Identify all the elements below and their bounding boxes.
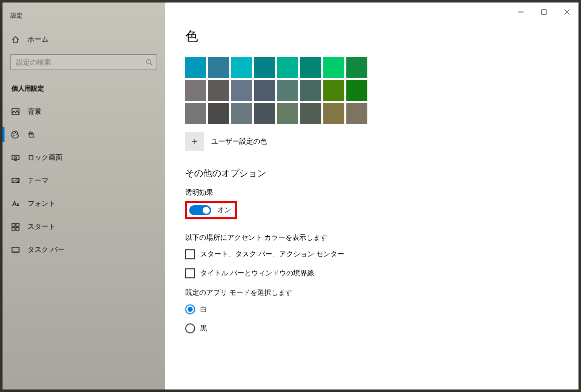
svg-rect-15: [12, 251, 19, 252]
sidebar-item-label: テーマ: [28, 176, 49, 185]
color-swatch[interactable]: [185, 80, 206, 101]
close-button[interactable]: [555, 4, 578, 20]
color-swatch[interactable]: [254, 103, 275, 124]
search-icon: [146, 59, 153, 66]
checkbox-titlebars-borders[interactable]: タイトル バーとウィンドウの境界線: [185, 268, 558, 278]
lock-screen-icon: [12, 154, 20, 162]
checkbox-label: スタート、タスク バー、アクション センター: [200, 250, 344, 259]
custom-color-button[interactable]: +: [185, 132, 204, 151]
sidebar-item-label: スタート: [28, 222, 56, 231]
color-swatch[interactable]: [231, 103, 252, 124]
color-swatch[interactable]: [208, 80, 229, 101]
color-swatch[interactable]: [208, 57, 229, 78]
search-input[interactable]: [16, 58, 146, 66]
other-options-title: その他のオプション: [185, 167, 558, 179]
page-title: 色: [185, 28, 558, 45]
custom-color-row: + ユーザー設定の色: [185, 132, 558, 151]
svg-rect-8: [15, 157, 17, 159]
font-icon: [12, 200, 20, 208]
svg-point-3: [17, 110, 18, 111]
background-icon: [12, 108, 20, 116]
maximize-button[interactable]: [532, 4, 555, 20]
radio-label: 黒: [200, 324, 207, 333]
sidebar-item-start[interactable]: スタート: [3, 215, 165, 238]
sidebar-item-label: フォント: [28, 199, 56, 208]
color-swatch[interactable]: [277, 80, 298, 101]
sidebar-item-lock-screen[interactable]: ロック画面: [3, 146, 165, 169]
svg-rect-12: [12, 227, 15, 230]
color-swatch[interactable]: [254, 80, 275, 101]
color-swatch[interactable]: [254, 57, 275, 78]
svg-point-5: [15, 132, 16, 133]
svg-rect-7: [12, 155, 19, 160]
settings-window: 設定 ホーム 個人用設定 背景: [3, 3, 578, 389]
accent-locations-text: 以下の場所にアクセント カラーを表示します: [185, 233, 558, 242]
checkbox-icon: [185, 249, 195, 259]
color-swatch[interactable]: [346, 57, 367, 78]
color-swatch[interactable]: [277, 103, 298, 124]
svg-rect-0: [542, 10, 546, 15]
color-swatch[interactable]: [300, 57, 321, 78]
svg-rect-2: [12, 109, 19, 115]
svg-point-6: [14, 135, 15, 136]
color-swatch[interactable]: [277, 57, 298, 78]
color-swatch[interactable]: [208, 103, 229, 124]
theme-icon: [12, 177, 20, 185]
toggle-knob: [203, 207, 210, 214]
radio-dark[interactable]: 黒: [185, 323, 558, 333]
svg-point-1: [147, 60, 151, 64]
svg-rect-11: [16, 223, 19, 226]
custom-color-label: ユーザー設定の色: [211, 137, 267, 146]
color-swatch[interactable]: [323, 80, 344, 101]
home-label: ホーム: [28, 35, 49, 44]
sidebar-item-label: タスク バー: [28, 245, 65, 254]
radio-light[interactable]: 白: [185, 304, 558, 314]
color-swatch[interactable]: [185, 103, 206, 124]
color-swatch[interactable]: [346, 80, 367, 101]
color-swatch[interactable]: [231, 80, 252, 101]
color-swatch[interactable]: [300, 103, 321, 124]
plus-icon: +: [192, 136, 198, 148]
checkbox-label: タイトル バーとウィンドウの境界線: [200, 269, 314, 278]
taskbar-icon: [12, 246, 20, 254]
color-swatch[interactable]: [231, 57, 252, 78]
sidebar-item-label: 色: [28, 130, 35, 139]
home-icon: [12, 36, 20, 44]
checkbox-start-taskbar-action[interactable]: スタート、タスク バー、アクション センター: [185, 249, 558, 259]
radio-label: 白: [200, 305, 207, 314]
sidebar-item-label: ロック画面: [28, 153, 63, 162]
sidebar-item-taskbar[interactable]: タスク バー: [3, 238, 165, 261]
search-box[interactable]: [11, 54, 157, 70]
main-content: 色 + ユーザー設定の色 その他のオプション 透明効果 オン 以下の場所にアクセ…: [165, 3, 578, 389]
sidebar-item-label: 背景: [28, 107, 42, 116]
radio-icon: [185, 323, 195, 333]
sidebar-item-themes[interactable]: テーマ: [3, 169, 165, 192]
transparency-state-label: オン: [217, 206, 231, 215]
palette-icon: [12, 131, 20, 139]
caption-controls: [509, 4, 578, 20]
home-button[interactable]: ホーム: [3, 31, 165, 48]
svg-rect-13: [16, 227, 19, 230]
color-swatch[interactable]: [300, 80, 321, 101]
color-swatch[interactable]: [346, 103, 367, 124]
sidebar-item-colors[interactable]: 色: [3, 123, 165, 146]
svg-rect-10: [12, 223, 15, 226]
radio-icon: [185, 304, 195, 314]
transparency-label: 透明効果: [185, 188, 558, 197]
color-swatch[interactable]: [323, 57, 344, 78]
category-title: 個人用設定: [3, 81, 165, 100]
color-swatch[interactable]: [185, 57, 206, 78]
start-icon: [12, 223, 20, 231]
sidebar: 設定 ホーム 個人用設定 背景: [3, 3, 165, 389]
app-title: 設定: [3, 8, 165, 31]
checkbox-icon: [185, 268, 195, 278]
svg-point-4: [14, 133, 15, 134]
color-swatch[interactable]: [323, 103, 344, 124]
sidebar-item-background[interactable]: 背景: [3, 100, 165, 123]
nav-list: 背景 色 ロック画面: [3, 100, 165, 261]
color-swatch-grid: [185, 57, 558, 124]
minimize-button[interactable]: [509, 4, 532, 20]
transparency-toggle[interactable]: [189, 205, 211, 215]
sidebar-item-fonts[interactable]: フォント: [3, 192, 165, 215]
transparency-toggle-highlight: オン: [185, 201, 237, 219]
